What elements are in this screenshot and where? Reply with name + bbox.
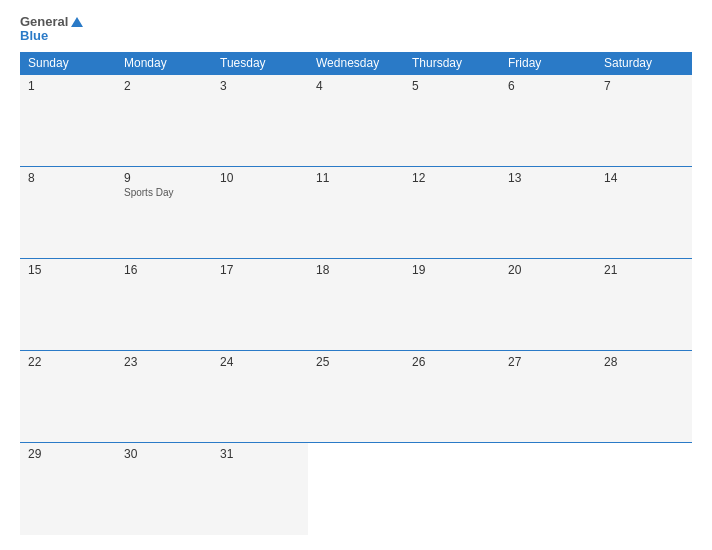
day-cell: 4 — [308, 74, 404, 166]
day-number: 22 — [28, 355, 108, 369]
day-header-sunday: Sunday — [20, 52, 116, 75]
day-number: 11 — [316, 171, 396, 185]
day-number: 18 — [316, 263, 396, 277]
day-number: 30 — [124, 447, 204, 461]
day-number: 13 — [508, 171, 588, 185]
day-header-friday: Friday — [500, 52, 596, 75]
day-cell: 12 — [404, 166, 500, 258]
day-number: 16 — [124, 263, 204, 277]
day-number: 6 — [508, 79, 588, 93]
day-number: 21 — [604, 263, 684, 277]
day-header-saturday: Saturday — [596, 52, 692, 75]
day-number: 15 — [28, 263, 108, 277]
day-number: 24 — [220, 355, 300, 369]
day-cell: 24 — [212, 351, 308, 443]
calendar-header: General Blue — [20, 15, 692, 44]
day-number: 4 — [316, 79, 396, 93]
day-number: 17 — [220, 263, 300, 277]
day-number: 5 — [412, 79, 492, 93]
day-number: 8 — [28, 171, 108, 185]
day-cell: 3 — [212, 74, 308, 166]
week-row-5: 293031 — [20, 443, 692, 535]
day-cell: 18 — [308, 258, 404, 350]
day-number: 31 — [220, 447, 300, 461]
day-cell — [500, 443, 596, 535]
day-number: 25 — [316, 355, 396, 369]
day-cell: 23 — [116, 351, 212, 443]
day-cell: 5 — [404, 74, 500, 166]
day-cell: 11 — [308, 166, 404, 258]
day-cell: 30 — [116, 443, 212, 535]
day-number: 7 — [604, 79, 684, 93]
calendar-table: SundayMondayTuesdayWednesdayThursdayFrid… — [20, 52, 692, 535]
day-header-thursday: Thursday — [404, 52, 500, 75]
day-cell — [308, 443, 404, 535]
day-number: 10 — [220, 171, 300, 185]
day-number: 2 — [124, 79, 204, 93]
day-number: 1 — [28, 79, 108, 93]
logo-general: General — [20, 15, 68, 29]
day-number: 23 — [124, 355, 204, 369]
day-cell: 20 — [500, 258, 596, 350]
day-cell: 29 — [20, 443, 116, 535]
day-cell: 17 — [212, 258, 308, 350]
day-number: 26 — [412, 355, 492, 369]
day-header-row: SundayMondayTuesdayWednesdayThursdayFrid… — [20, 52, 692, 75]
calendar-container: General Blue SundayMondayTuesdayWednesda… — [0, 0, 712, 550]
day-cell: 25 — [308, 351, 404, 443]
week-row-4: 22232425262728 — [20, 351, 692, 443]
day-header-wednesday: Wednesday — [308, 52, 404, 75]
day-cell: 16 — [116, 258, 212, 350]
day-number: 12 — [412, 171, 492, 185]
day-cell: 22 — [20, 351, 116, 443]
logo-blue: Blue — [20, 29, 83, 43]
day-number: 3 — [220, 79, 300, 93]
day-number: 28 — [604, 355, 684, 369]
day-cell: 28 — [596, 351, 692, 443]
day-cell — [404, 443, 500, 535]
day-cell: 26 — [404, 351, 500, 443]
day-number: 27 — [508, 355, 588, 369]
day-cell: 14 — [596, 166, 692, 258]
day-cell: 10 — [212, 166, 308, 258]
day-header-tuesday: Tuesday — [212, 52, 308, 75]
day-cell: 9Sports Day — [116, 166, 212, 258]
day-cell: 2 — [116, 74, 212, 166]
day-number: 29 — [28, 447, 108, 461]
holiday-label: Sports Day — [124, 187, 204, 198]
day-number: 9 — [124, 171, 204, 185]
day-cell: 7 — [596, 74, 692, 166]
day-cell: 27 — [500, 351, 596, 443]
week-row-3: 15161718192021 — [20, 258, 692, 350]
logo: General Blue — [20, 15, 83, 44]
week-row-1: 1234567 — [20, 74, 692, 166]
day-number: 20 — [508, 263, 588, 277]
day-header-monday: Monday — [116, 52, 212, 75]
day-cell — [596, 443, 692, 535]
week-row-2: 89Sports Day1011121314 — [20, 166, 692, 258]
day-number: 19 — [412, 263, 492, 277]
day-number: 14 — [604, 171, 684, 185]
day-cell: 8 — [20, 166, 116, 258]
day-cell: 31 — [212, 443, 308, 535]
day-cell: 21 — [596, 258, 692, 350]
day-cell: 19 — [404, 258, 500, 350]
day-cell: 13 — [500, 166, 596, 258]
day-cell: 6 — [500, 74, 596, 166]
logo-triangle-icon — [71, 17, 83, 27]
day-cell: 15 — [20, 258, 116, 350]
day-cell: 1 — [20, 74, 116, 166]
